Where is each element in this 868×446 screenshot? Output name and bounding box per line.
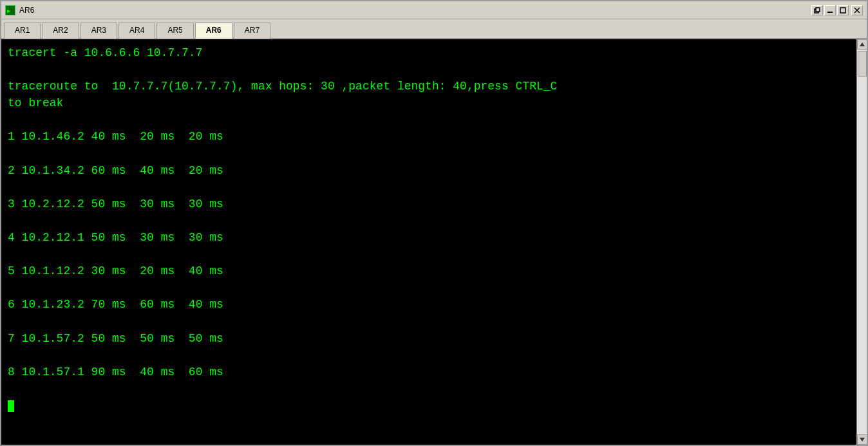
hop-row-6: 6 10.1.23.2 70 ms 60 ms 40 ms [8, 298, 223, 311]
title-bar: ▶ AR6 [1, 1, 867, 19]
maximize-button[interactable] [837, 5, 849, 15]
tab-ar5[interactable]: AR5 [156, 23, 193, 39]
tab-ar3[interactable]: AR3 [80, 23, 117, 39]
hop-row-4: 4 10.2.12.1 50 ms 30 ms 30 ms [8, 231, 223, 244]
scroll-down-button[interactable] [857, 434, 867, 445]
tab-bar: AR1 AR2 AR3 AR4 AR5 AR6 AR7 [1, 19, 867, 39]
scrollbar [856, 39, 867, 445]
svg-rect-5 [840, 8, 845, 13]
hop-row-1: 1 10.1.46.2 40 ms 20 ms 20 ms [8, 130, 223, 143]
svg-rect-3 [816, 8, 820, 12]
terminal-cursor [8, 400, 14, 412]
close-button[interactable] [851, 5, 863, 15]
hop-row-2: 2 10.1.34.2 60 ms 40 ms 20 ms [8, 164, 223, 177]
tab-ar1[interactable]: AR1 [4, 23, 41, 39]
hop-row-3: 3 10.2.12.2 50 ms 30 ms 30 ms [8, 198, 223, 210]
svg-marker-9 [860, 438, 865, 441]
svg-marker-8 [860, 42, 865, 46]
hop-row-5: 5 10.1.12.2 30 ms 20 ms 40 ms [8, 265, 223, 277]
scroll-thumb[interactable] [858, 51, 867, 77]
terminal-info-line2: to break [8, 97, 63, 109]
main-window: ▶ AR6 [0, 0, 868, 446]
scroll-up-button[interactable] [857, 39, 867, 50]
window-controls [811, 5, 863, 15]
window-icon: ▶ [5, 5, 15, 15]
hop-row-7: 7 10.1.57.2 50 ms 50 ms 50 ms [8, 332, 223, 345]
tab-ar2[interactable]: AR2 [42, 23, 79, 39]
svg-text:▶: ▶ [7, 8, 11, 14]
terminal-info-line1: traceroute to 10.7.7.7(10.7.7.7), max ho… [8, 80, 557, 93]
tab-ar4[interactable]: AR4 [118, 23, 155, 39]
tab-ar6[interactable]: AR6 [195, 23, 232, 39]
terminal-command: tracert -a 10.6.6.6 10.7.7.7 [8, 46, 202, 59]
minimize-button[interactable] [824, 5, 836, 15]
terminal-output[interactable]: tracert -a 10.6.6.6 10.7.7.7 traceroute … [1, 39, 856, 445]
hop-row-8: 8 10.1.57.1 90 ms 40 ms 60 ms [8, 366, 223, 378]
tab-ar7[interactable]: AR7 [234, 23, 270, 39]
restore-down-button[interactable] [811, 5, 823, 15]
terminal-container: tracert -a 10.6.6.6 10.7.7.7 traceroute … [1, 39, 867, 445]
scroll-track[interactable] [857, 50, 867, 434]
window-title: AR6 [19, 6, 811, 15]
svg-rect-4 [827, 12, 833, 13]
